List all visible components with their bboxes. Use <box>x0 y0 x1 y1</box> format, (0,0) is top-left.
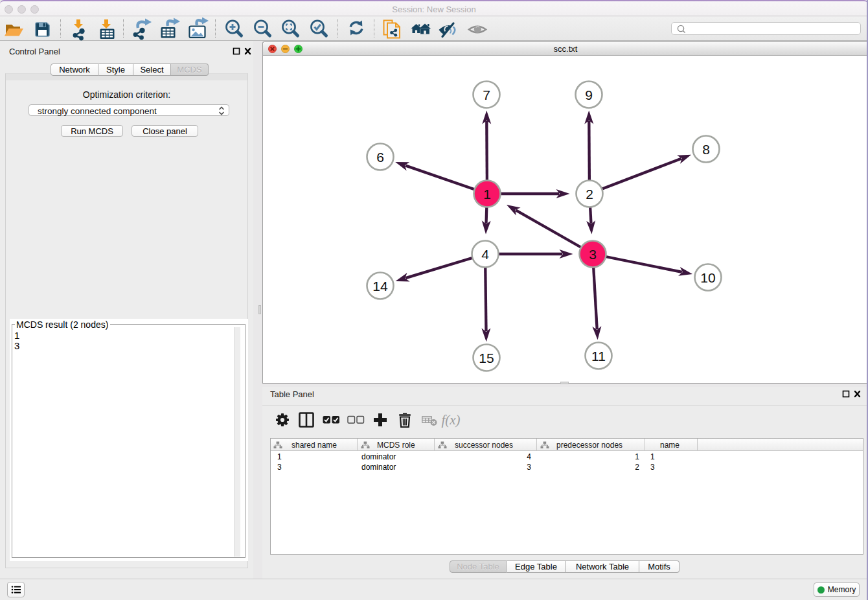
svg-text:3: 3 <box>589 247 597 262</box>
svg-text:2: 2 <box>586 187 593 202</box>
svg-text:f(x): f(x) <box>441 412 460 428</box>
svg-text:7: 7 <box>483 87 490 102</box>
svg-text:10: 10 <box>700 270 715 285</box>
svg-text:11: 11 <box>591 349 606 363</box>
svg-text:8: 8 <box>702 142 710 157</box>
svg-text:4: 4 <box>481 247 489 262</box>
svg-text:1: 1 <box>483 187 491 202</box>
svg-text:9: 9 <box>585 87 593 102</box>
svg-text:14: 14 <box>372 279 388 294</box>
svg-text:15: 15 <box>479 351 494 365</box>
svg-text:6: 6 <box>376 150 384 165</box>
